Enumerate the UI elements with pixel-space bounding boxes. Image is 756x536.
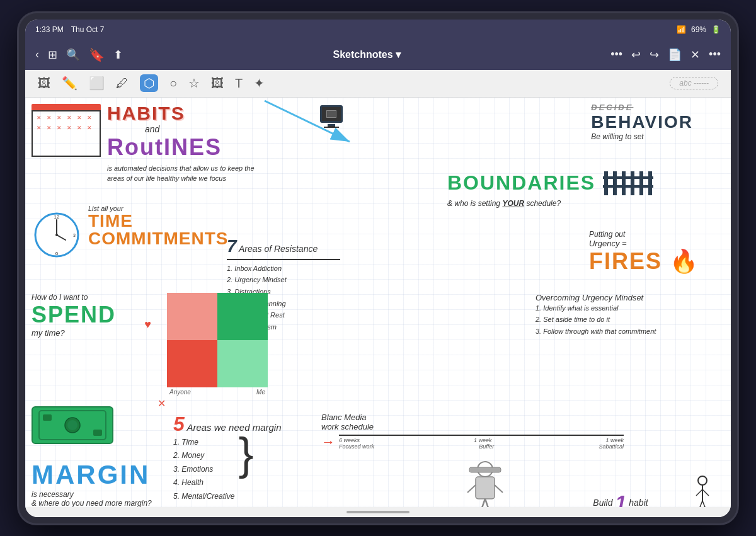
svg-line-34 xyxy=(495,485,503,493)
nav-left[interactable]: ‹ ⊞ 🔍 🔖 ⬆ xyxy=(35,47,123,62)
five-item-5: Mental/Creative xyxy=(173,490,234,504)
image-tool[interactable]: 🖼 xyxy=(38,76,50,91)
date-display: Thu Oct 7 xyxy=(71,25,105,34)
area-item-2: Urgency Mindset xyxy=(227,274,372,286)
time-display: 1:33 PM xyxy=(35,25,64,34)
overcoming-item-3: Follow through with that commitment xyxy=(536,326,699,338)
toolbar: 🖼 ✏️ ⬜ 🖊 ⬡ ○ ☆ 🖼 T ✦ abc ------ xyxy=(25,70,731,98)
svg-line-33 xyxy=(467,485,476,493)
color-cell-green xyxy=(217,293,268,340)
ipad-frame: 1:33 PM Thu Oct 7 📶 69% 🔋 ‹ ⊞ 🔍 🔖 ⬆ Sket… xyxy=(19,13,737,523)
brace-symbol: } xyxy=(238,436,253,472)
svg-point-25 xyxy=(67,420,77,430)
five-item-4: Health xyxy=(173,476,234,490)
close-button[interactable]: ✕ xyxy=(690,48,700,62)
svg-rect-27 xyxy=(93,430,102,436)
shape-tool[interactable]: ⬡ xyxy=(140,74,158,92)
overflow-button[interactable]: ••• xyxy=(709,48,721,61)
schedule-section: Blanc Media work schedule → 6 weeks 1 we… xyxy=(321,413,624,450)
how-question: How do I want to xyxy=(32,293,158,302)
1-week-label-2: 1 week xyxy=(605,437,624,443)
back-button[interactable]: ‹ xyxy=(35,48,39,61)
time-section: List all your TIME COMMITMENTS xyxy=(32,205,214,248)
habits-title: HABITS xyxy=(107,103,271,124)
share-button[interactable]: ⬆ xyxy=(113,48,123,62)
money-drawing xyxy=(32,406,113,444)
eraser-tool[interactable]: ⬜ xyxy=(89,76,105,91)
nav-center: Sketchnotes ▾ xyxy=(130,48,603,60)
nav-right[interactable]: ••• ↩ ↪ 📄 ✕ ••• xyxy=(610,48,721,62)
bottom-bar xyxy=(25,507,731,517)
1-week-label-1: 1 week xyxy=(474,437,492,443)
svg-rect-26 xyxy=(43,414,52,421)
person-drawing xyxy=(466,460,504,507)
lasso-tool[interactable]: ○ xyxy=(169,76,177,91)
five-item-2: Money xyxy=(173,449,234,463)
timeline-week-labels: 6 weeks 1 week 1 week xyxy=(339,437,624,443)
color-grid: Anyone Me xyxy=(167,293,268,387)
search-button[interactable]: 🔍 xyxy=(66,48,80,62)
heart-icon: ♥ xyxy=(144,318,151,331)
grid-button[interactable]: ⊞ xyxy=(48,48,57,62)
title-arrow: ▾ xyxy=(396,48,401,60)
home-indicator xyxy=(346,511,410,513)
my-time: my time? xyxy=(32,328,158,338)
nav-bar: ‹ ⊞ 🔍 🔖 ⬆ Sketchnotes ▾ ••• ↩ ↪ 📄 ✕ ••• xyxy=(25,40,731,70)
svg-line-39 xyxy=(698,501,702,507)
cal-header xyxy=(32,104,101,110)
new-doc-button[interactable]: 📄 xyxy=(668,48,682,62)
schedule-question: & who is setting YOUR schedule? xyxy=(447,199,662,208)
text-placeholder-box[interactable]: abc ------ xyxy=(670,77,718,89)
sabattical-label: Sabattical xyxy=(598,443,624,450)
buffer-label: Buffer xyxy=(479,443,494,450)
svg-line-38 xyxy=(702,489,709,496)
bookmark-button[interactable]: 🔖 xyxy=(89,47,105,62)
status-left: 1:33 PM Thu Oct 7 xyxy=(35,25,104,34)
cal-row: ✕ ✕ ✕ ✕ ✕ ✕ xyxy=(35,123,98,132)
schedule-timeline: → 6 weeks 1 week 1 week Focused work Buf… xyxy=(321,434,624,450)
svg-rect-29 xyxy=(469,467,501,472)
cal-body: ✕ ✕ ✕ ✕ ✕ ✕ ✕ ✕ ✕ ✕ ✕ ✕ xyxy=(32,110,101,157)
x-mark: ✕ xyxy=(158,397,166,409)
cal-row xyxy=(35,134,98,142)
cal-row: ✕ ✕ ✕ ✕ ✕ ✕ xyxy=(35,113,98,122)
color-label-me: Me xyxy=(256,389,265,396)
five-item-1: Time xyxy=(173,436,234,450)
star-tool[interactable]: ☆ xyxy=(188,76,200,91)
boundaries-section: BOUNDARIES xyxy=(447,170,662,208)
status-bar: 1:33 PM Thu Oct 7 📶 69% 🔋 xyxy=(25,20,731,40)
your-text: YOUR xyxy=(502,199,524,208)
redo-button[interactable]: ↪ xyxy=(650,48,659,62)
behavior-title: BEHAVIOR xyxy=(591,112,693,132)
svg-line-40 xyxy=(702,501,707,507)
overcoming-title: Overcoming Urgency Mindset xyxy=(536,293,699,302)
overcoming-item-2: Set aside time to do it xyxy=(536,314,699,326)
undo-button[interactable]: ↩ xyxy=(631,48,641,62)
svg-line-32 xyxy=(485,499,490,507)
pen-tool[interactable]: ✏️ xyxy=(62,76,77,91)
routines-title: RoutINES xyxy=(107,134,271,161)
photo-tool[interactable]: 🖼 xyxy=(211,76,224,91)
svg-rect-3 xyxy=(603,185,653,188)
color-cell-red xyxy=(167,340,217,387)
wand-tool[interactable]: ✦ xyxy=(254,76,265,91)
svg-point-35 xyxy=(698,476,707,485)
routines-subtitle: is automated decisions that allow us to … xyxy=(107,163,271,184)
timeline-desc-labels: Focused work Buffer Sabattical xyxy=(339,443,624,450)
build-word: Build xyxy=(593,498,612,507)
spend-title: SPEND xyxy=(32,302,158,328)
text-tool[interactable]: T xyxy=(235,76,243,91)
build-text: Build 1 habit xyxy=(542,491,699,507)
stick-figure xyxy=(693,476,712,507)
focused-work-label: Focused work xyxy=(339,443,374,450)
fence-drawing xyxy=(603,170,653,197)
boundaries-title: BOUNDARIES xyxy=(447,171,595,195)
6-weeks-label: 6 weeks xyxy=(339,437,360,443)
overcoming-section: Overcoming Urgency Mindset Identify what… xyxy=(536,293,699,338)
marker-tool[interactable]: 🖊 xyxy=(116,76,129,91)
behavior-subtitle: Be willing to set xyxy=(591,132,693,141)
doc-title: Sketchnotes xyxy=(333,49,393,60)
battery-display: 69% xyxy=(691,25,706,34)
status-right: 📶 69% 🔋 xyxy=(677,25,721,34)
ipad-screen: 1:33 PM Thu Oct 7 📶 69% 🔋 ‹ ⊞ 🔍 🔖 ⬆ Sket… xyxy=(25,20,731,517)
